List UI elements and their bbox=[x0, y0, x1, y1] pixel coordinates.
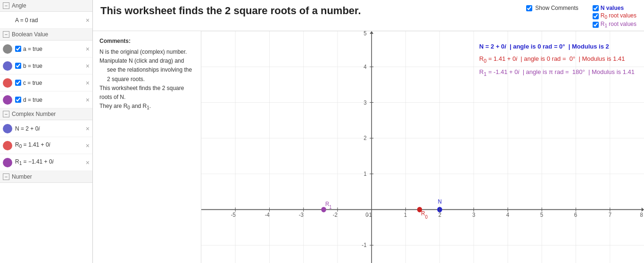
collapse-boolean-icon[interactable]: − bbox=[3, 31, 9, 38]
item-a-label: a = true bbox=[23, 46, 84, 52]
svg-text:1: 1 bbox=[363, 170, 367, 177]
point-R1[interactable] bbox=[321, 207, 326, 212]
section-angle-label: Angle bbox=[12, 2, 26, 9]
point-R1-label: R1 bbox=[325, 200, 332, 209]
close-R1-icon[interactable]: × bbox=[86, 159, 90, 166]
legend-r0-checkbox[interactable] bbox=[593, 13, 599, 19]
item-N-label: N = 2 + 0i bbox=[15, 125, 84, 132]
legend-r0-item: R0 root values bbox=[593, 12, 636, 20]
point-N-label: N bbox=[438, 198, 442, 205]
section-boolean[interactable]: − Boolean Value bbox=[0, 29, 92, 41]
sidebar-item-R1: R1 = −1.41 + 0i × bbox=[0, 154, 92, 171]
svg-text:8: 8 bbox=[640, 211, 644, 218]
legend-r1-checkbox[interactable] bbox=[593, 22, 599, 28]
collapse-complex-icon[interactable]: − bbox=[3, 111, 9, 117]
circle-R1 bbox=[3, 158, 12, 167]
close-c-icon[interactable]: × bbox=[86, 80, 90, 86]
checkbox-d[interactable] bbox=[15, 97, 21, 103]
show-comments-checkbox[interactable] bbox=[526, 5, 532, 11]
show-comments-area: Show Comments bbox=[526, 5, 578, 11]
sidebar-item-c: c = true × bbox=[0, 74, 92, 91]
checkbox-b-wrapper[interactable] bbox=[15, 63, 21, 69]
item-d-label: d = true bbox=[23, 97, 84, 103]
svg-text:-1: -1 bbox=[362, 241, 366, 248]
item-b-label: b = true bbox=[23, 63, 84, 69]
checkbox-d-wrapper[interactable] bbox=[15, 97, 21, 103]
legend-r0-label: R0 root values bbox=[601, 12, 636, 20]
info-r0: R0 = 1.41 + 0i | angle is 0 rad = 0° | M… bbox=[479, 53, 635, 66]
close-d-icon[interactable]: × bbox=[86, 97, 90, 103]
collapse-number-icon[interactable]: − bbox=[3, 173, 9, 180]
section-angle[interactable]: − Angle bbox=[0, 0, 92, 12]
legend-n-item: N values bbox=[593, 5, 636, 11]
close-R0-icon[interactable]: × bbox=[86, 142, 90, 149]
checkbox-a[interactable] bbox=[15, 46, 21, 52]
close-a-icon[interactable]: × bbox=[86, 46, 90, 52]
svg-text:3: 3 bbox=[363, 99, 367, 106]
page-title: This worksheet finds the 2 square roots … bbox=[100, 5, 512, 17]
svg-text:1: 1 bbox=[404, 211, 407, 218]
legend-area: N values R0 root values R1 root values bbox=[593, 5, 636, 29]
close-b-icon[interactable]: × bbox=[86, 63, 90, 69]
section-number-label: Number bbox=[12, 173, 32, 180]
legend-n-label: N values bbox=[601, 5, 624, 11]
checkbox-c-wrapper[interactable] bbox=[15, 80, 21, 86]
section-boolean-label: Boolean Value bbox=[12, 31, 48, 38]
comments-title: Comments: bbox=[99, 37, 194, 46]
svg-text:7: 7 bbox=[609, 211, 612, 218]
circle-d bbox=[3, 95, 12, 105]
circle-c bbox=[3, 78, 12, 88]
circle-b bbox=[3, 61, 12, 71]
svg-text:6: 6 bbox=[574, 211, 578, 218]
sidebar-item-A: A = 0 rad × bbox=[0, 12, 92, 29]
sidebar-item-a: a = true × bbox=[0, 41, 92, 58]
show-comments-label: Show Comments bbox=[535, 5, 578, 11]
svg-text:-3: -3 bbox=[299, 211, 304, 218]
sidebar-item-N: N = 2 + 0i × bbox=[0, 120, 92, 137]
checkbox-c[interactable] bbox=[15, 80, 21, 86]
legend-n-checkbox[interactable] bbox=[593, 5, 599, 11]
item-R0-label: R0 = 1.41 + 0i bbox=[15, 141, 84, 149]
graph-panel: N = 2 + 0i | angle is 0 rad = 0° | Modul… bbox=[201, 31, 644, 263]
sidebar-item-b: b = true × bbox=[0, 58, 92, 74]
item-R1-label: R1 = −1.41 + 0i bbox=[15, 158, 84, 166]
svg-marker-21 bbox=[370, 31, 373, 34]
sidebar-item-R0: R0 = 1.41 + 0i × bbox=[0, 137, 92, 154]
svg-text:5: 5 bbox=[363, 31, 367, 37]
svg-text:-4: -4 bbox=[265, 211, 270, 218]
circle-R0 bbox=[3, 141, 12, 150]
item-A-value: A = 0 rad bbox=[15, 17, 84, 24]
checkbox-a-wrapper[interactable] bbox=[15, 46, 21, 52]
svg-text:2: 2 bbox=[438, 211, 442, 218]
svg-text:0: 0 bbox=[365, 211, 369, 218]
collapse-angle-icon[interactable]: − bbox=[3, 2, 9, 9]
checkbox-b[interactable] bbox=[15, 63, 21, 69]
info-r1: R1 = -1.41 + 0i | angle is π rad = 180° … bbox=[479, 66, 635, 79]
sidebar: − Angle A = 0 rad × − Boolean Value a = … bbox=[0, 0, 93, 263]
close-A-icon[interactable]: × bbox=[86, 17, 90, 24]
top-bar: This worksheet finds the 2 square roots … bbox=[93, 0, 644, 31]
svg-text:-5: -5 bbox=[231, 211, 236, 218]
comment-line-4: This worksheet finds the 2 square roots … bbox=[99, 84, 194, 102]
item-c-label: c = true bbox=[23, 80, 84, 86]
section-complex-label: Complex Number bbox=[12, 111, 56, 117]
sidebar-item-d: d = true × bbox=[0, 91, 92, 108]
legend-r1-label: R1 root values bbox=[601, 21, 636, 28]
info-panel: N = 2 + 0i | angle is 0 rad = 0° | Modul… bbox=[479, 41, 635, 80]
main-area: This worksheet finds the 2 square roots … bbox=[93, 0, 644, 263]
comment-line-5: They are R0 and R1. bbox=[99, 102, 194, 112]
section-complex[interactable]: − Complex Number bbox=[0, 108, 92, 120]
content-row: Comments: N is the original (complex) nu… bbox=[93, 31, 644, 263]
svg-text:4: 4 bbox=[363, 63, 367, 70]
circle-N bbox=[3, 124, 12, 133]
comments-panel: Comments: N is the original (complex) nu… bbox=[93, 31, 201, 263]
svg-text:5: 5 bbox=[540, 211, 544, 218]
svg-text:2: 2 bbox=[363, 135, 367, 142]
comment-line-3: see the relationships involving the 2 sq… bbox=[99, 66, 194, 83]
comment-line-2: Manipulate N (click and drag) and bbox=[99, 57, 194, 66]
svg-text:4: 4 bbox=[506, 211, 510, 218]
svg-text:3: 3 bbox=[472, 211, 476, 218]
section-number[interactable]: − Number bbox=[0, 171, 92, 183]
point-R0-label: R0 bbox=[421, 210, 428, 219]
close-N-icon[interactable]: × bbox=[86, 125, 90, 132]
